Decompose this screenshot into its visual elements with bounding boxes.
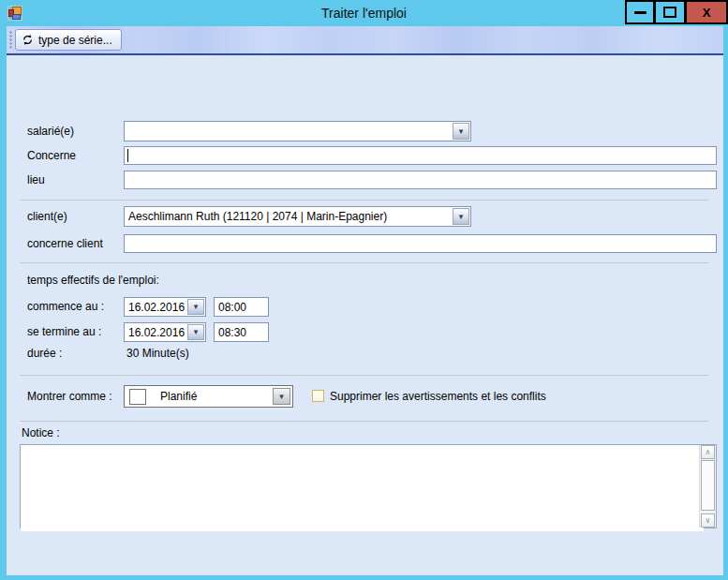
notice-box: ∧ ∨ (20, 444, 717, 528)
concerne-client-input[interactable] (124, 234, 717, 253)
commence-time-input[interactable] (214, 297, 269, 317)
client-label: client(e) (27, 206, 67, 227)
commence-date-dropdown-arrow-icon[interactable]: ▾ (187, 299, 204, 315)
salarie-dropdown-arrow-icon[interactable]: ▾ (453, 123, 469, 140)
maximize-icon (663, 7, 676, 18)
close-button[interactable]: X (685, 0, 728, 24)
scroll-up-icon[interactable]: ∧ (701, 445, 715, 459)
suppress-warnings-label: Supprimer les avertissements et les conf… (330, 385, 546, 408)
commence-date-picker[interactable]: 16.02.2016 ▾ (124, 297, 206, 317)
titlebar[interactable]: Traiter l'emploi X (0, 0, 728, 26)
toolbar: type de série... (7, 26, 723, 53)
section-divider (20, 375, 708, 376)
toolbar-grip[interactable] (9, 31, 12, 49)
window-controls: X (625, 0, 728, 24)
series-type-button[interactable]: type de série... (15, 29, 122, 51)
section-divider (20, 200, 708, 201)
scroll-down-icon[interactable]: ∨ (701, 513, 715, 528)
status-color-swatch (129, 389, 146, 405)
notice-scrollbar[interactable]: ∧ ∨ (699, 445, 716, 528)
temps-section-label: temps effectifs de l'emploi: (27, 272, 159, 289)
lieu-label: lieu (27, 171, 45, 189)
window-title: Traiter l'emploi (0, 0, 728, 26)
minimize-icon (634, 11, 646, 14)
concerne-client-label: concerne client (27, 234, 103, 253)
termine-date-picker[interactable]: 16.02.2016 ▾ (124, 322, 206, 342)
commence-label: commence au : (27, 297, 104, 317)
maximize-button[interactable] (654, 0, 685, 24)
series-type-button-label: type de série... (38, 34, 112, 47)
notice-label: Notice : (22, 425, 60, 440)
suppress-warnings-checkbox[interactable] (312, 390, 324, 402)
termine-label: se termine au : (27, 322, 101, 342)
minimize-button[interactable] (625, 0, 654, 24)
montrer-label: Montrer comme : (27, 385, 112, 408)
text-caret (127, 149, 128, 162)
montrer-dropdown[interactable]: Planifié ▾ (124, 385, 293, 408)
refresh-icon (22, 34, 34, 46)
client-combobox[interactable]: Aeschlimann Ruth (121120 | 2074 | Marin-… (124, 206, 471, 227)
termine-date-dropdown-arrow-icon[interactable]: ▾ (187, 324, 204, 340)
client-value: Aeschlimann Ruth (121120 | 2074 | Marin-… (128, 207, 452, 226)
commence-date-value: 16.02.2016 (128, 298, 186, 316)
dialog-window: Traiter l'emploi X type de série... (0, 0, 728, 580)
salarie-combobox[interactable]: ▾ (124, 121, 471, 141)
form-panel: salarié(e) ▾ Concerne lieu client(e) Aes… (7, 55, 723, 575)
duree-value: 30 Minute(s) (126, 345, 189, 362)
montrer-value: Planifié (160, 386, 197, 407)
section-divider (20, 421, 708, 422)
section-divider (20, 262, 708, 263)
duree-label: durée : (27, 345, 62, 362)
lieu-input[interactable] (124, 171, 717, 189)
client-dropdown-arrow-icon[interactable]: ▾ (453, 208, 469, 225)
concerne-label: Concerne (27, 146, 76, 165)
termine-time-input[interactable] (214, 322, 269, 342)
close-icon: X (703, 6, 711, 20)
salarie-label: salarié(e) (27, 121, 74, 141)
scrollbar-thumb[interactable] (701, 460, 715, 511)
notice-textarea[interactable] (21, 445, 704, 531)
termine-date-value: 16.02.2016 (128, 323, 186, 341)
concerne-input[interactable] (124, 146, 717, 165)
montrer-dropdown-arrow-icon[interactable]: ▾ (273, 388, 290, 405)
salarie-value (128, 122, 452, 141)
